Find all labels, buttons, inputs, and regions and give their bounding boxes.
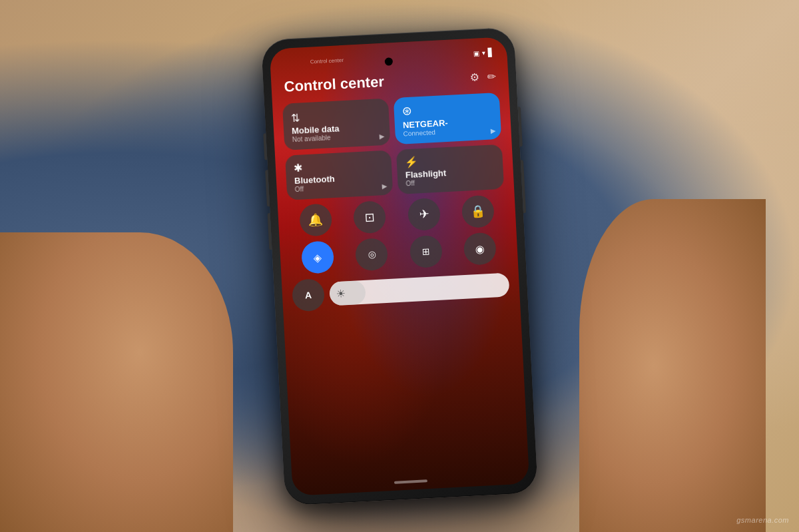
- airplane-mode-button[interactable]: ✈: [407, 198, 440, 231]
- brightness-row: A ☀: [292, 268, 510, 312]
- phone-body: Control center ▣ ▾ ▋ Control center ⚙ ✏: [261, 27, 538, 506]
- status-icons: ▣ ▾ ▋: [473, 47, 494, 58]
- edit-icon[interactable]: ✏: [487, 70, 496, 83]
- cc-top-icons: ⚙ ✏: [469, 70, 496, 84]
- watermark: gsmarena.com: [736, 516, 789, 524]
- status-icon-wifi: ▾: [481, 49, 485, 56]
- wifi-tile[interactable]: ⊛ NETGEAR- Connected ▶: [394, 93, 501, 144]
- bluetooth-arrow: ▶: [382, 182, 388, 190]
- icon-row-2: ◈ ◎ ⊞ ◉: [290, 232, 508, 275]
- wifi-arrow: ▶: [490, 127, 496, 134]
- quick-tiles-grid: ⇅ Mobile data Not available ▶ ⊛ NETGEAR-…: [282, 93, 504, 200]
- screen-cast-button[interactable]: ⊡: [353, 200, 386, 234]
- brightness-fill: [329, 280, 366, 306]
- flashlight-tile[interactable]: ⚡ Flashlight Off: [396, 144, 504, 194]
- notifications-button[interactable]: 🔔: [299, 203, 332, 236]
- control-center-panel: Control center ⚙ ✏ ⇅ Mobile data Not ava…: [281, 67, 519, 475]
- status-icon-battery: ▋: [487, 47, 494, 57]
- nfc-button[interactable]: ◎: [355, 238, 388, 271]
- phone-button-left1: [263, 133, 267, 160]
- settings-icon[interactable]: ⚙: [469, 71, 479, 84]
- brightness-slider[interactable]: ☀: [329, 272, 510, 306]
- auto-rotate-button[interactable]: 🔒: [461, 194, 495, 228]
- location-button[interactable]: ◈: [301, 240, 334, 274]
- phone-screen: Control center ▣ ▾ ▋ Control center ⚙ ✏: [270, 37, 530, 496]
- reading-mode-button[interactable]: ◉: [463, 232, 497, 265]
- brightness-sun-icon: ☀: [336, 287, 346, 300]
- bluetooth-tile[interactable]: ✱ Bluetooth Off ▶: [285, 150, 393, 200]
- hand-left: [0, 232, 233, 532]
- hand-right: [579, 199, 766, 532]
- mobile-data-arrow: ▶: [379, 133, 385, 140]
- font-button[interactable]: A: [292, 278, 325, 312]
- mobile-data-tile[interactable]: ⇅ Mobile data Not available ▶: [282, 99, 390, 150]
- icon-row-1: 🔔 ⊡ ✈ 🔒: [288, 194, 506, 238]
- screen-record-button[interactable]: ⊞: [409, 235, 442, 268]
- status-icon-sim: ▣: [473, 49, 479, 57]
- phone-device: Control center ▣ ▾ ▋ Control center ⚙ ✏: [261, 27, 538, 506]
- status-center-text: Control center: [310, 57, 344, 65]
